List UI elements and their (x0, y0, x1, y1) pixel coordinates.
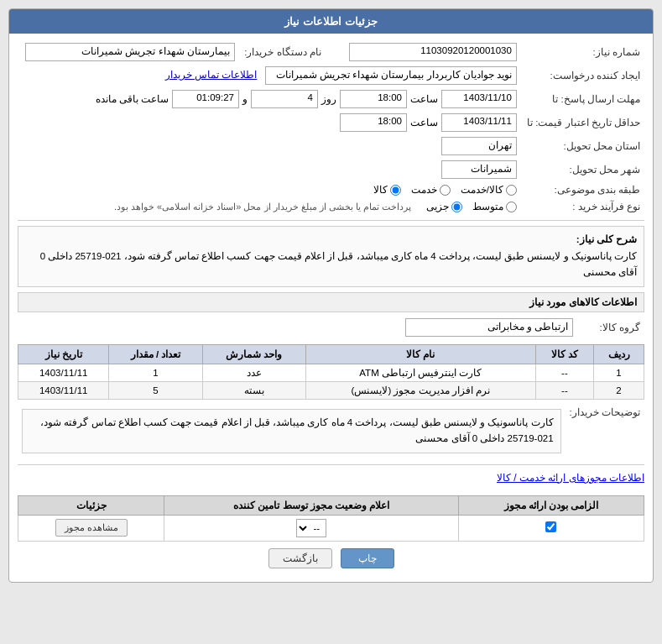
groh-label: گروه کالا: (577, 316, 644, 339)
mohlat-date: 1403/11/10 (441, 90, 517, 108)
mohlat-label: مهلت ارسال پاسخ: تا (521, 87, 644, 111)
mohlat-roz: 4 (251, 90, 318, 108)
row-shahr: شهر محل تحویل: شمیرانات (18, 158, 644, 181)
etela-link-row: اطلاعات مجوزهای ارائه خدمت / کالا (18, 470, 644, 489)
shomare-label: شماره نیاز: (521, 40, 644, 64)
table-header-row: ردیف کد کالا نام کالا واحد شمارش تعداد /… (18, 344, 644, 364)
shomare-value: 11030920120001030 (342, 40, 521, 64)
etela-mojoz-link[interactable]: اطلاعات مجوزهای ارائه خدمت / کالا (497, 472, 644, 484)
radio-mottaset[interactable] (506, 202, 517, 212)
tozih-table: توضیحات خریدار: کارت پاناسونیک و لایسنس … (18, 403, 644, 459)
mojoz-header-row: الزامی بودن ارائه مجوز اعلام وضعیت مجوز … (18, 495, 644, 515)
cell-tarikh: 1403/11/11 (18, 381, 109, 399)
row-ostan: استان محل تحویل: تهران (18, 134, 644, 158)
sharh-koli-text: کارت پاناسونیک و لایسنس طبق لیست، پرداخت… (40, 251, 637, 278)
baqi-label: ساعت باقی مانده (96, 93, 169, 105)
info-table: شماره نیاز: 11030920120001030 نام دستگاه… (18, 40, 644, 215)
col-elzami: الزامی بودن ارائه مجوز (458, 495, 644, 515)
radio-kalakhedmat[interactable] (506, 185, 517, 196)
cell-radif: 1 (594, 364, 644, 381)
farayand-note: پرداخت تمام یا بخشی از مبلغ خریدار از مح… (114, 202, 411, 212)
cell-name: کارت اینترفیس ارتباطی ATM (305, 364, 535, 381)
content-area: شماره نیاز: 11030920120001030 نام دستگاه… (9, 34, 653, 582)
kala-table: ردیف کد کالا نام کالا واحد شمارش تعداد /… (18, 344, 644, 400)
ostan-value: تهران (441, 137, 517, 155)
cell-vahed: بسته (202, 381, 305, 399)
cell-kod: -- (535, 364, 593, 381)
groh-kala-table: گروه کالا: ارتباطی و مخابراتی (18, 316, 644, 339)
radio-kala-label[interactable]: کالا (373, 184, 401, 196)
cell-radif: 2 (594, 381, 644, 399)
saat-label: ساعت (410, 93, 438, 105)
groh-value: ارتباطی و مخابراتی (405, 318, 573, 337)
radio-jazee-label[interactable]: جزیی (426, 201, 462, 212)
hadaqal-label: حداقل تاریخ اعتبار قیمت: تا (521, 111, 644, 134)
page-title: جزئیات اطلاعات نیاز (284, 15, 377, 28)
row-ijad: ایجاد کننده درخواست: نوید جوادیان کاربرد… (18, 64, 644, 87)
tozih-text: کارت پاناسونیک و لایسنس طبق لیست، پرداخت… (22, 409, 561, 453)
row-tozih: توضیحات خریدار: کارت پاناسونیک و لایسنس … (18, 403, 644, 459)
bottom-section: الزامی بودن ارائه مجوز اعلام وضعیت مجوز … (18, 495, 644, 542)
radio-kala[interactable] (390, 185, 401, 196)
radio-kalakhedmat-label[interactable]: کالا/خدمت (461, 184, 517, 196)
farayand-row: جزیی متوسط پرداخت تمام یا بخشی از مبلغ خ… (22, 201, 517, 212)
sharh-koli-box: شرح کلی نیاز: کارت پاناسونیک و لایسنس طب… (18, 226, 644, 287)
ijad-label: ایجاد کننده درخواست: (521, 64, 644, 87)
col-vahed: واحد شمارش (202, 344, 305, 364)
chap-button[interactable]: چاپ (341, 548, 394, 568)
divider-1 (18, 220, 644, 221)
cell-tedad: 1 (109, 364, 202, 381)
table-row: 2 -- نرم افزار مدیریت مجوز (لایسنس) بسته… (18, 381, 644, 399)
col-radif: ردیف (594, 344, 644, 364)
ostan-label: استان محل تحویل: (521, 134, 644, 158)
farayand-radio-group: جزیی متوسط (426, 201, 517, 212)
radio-mottaset-label[interactable]: متوسط (472, 201, 517, 212)
tozih-label: توضیحات خریدار: (566, 403, 644, 459)
roz-label: روز (321, 93, 336, 105)
divider-2 (18, 464, 644, 465)
dasgah-value: بیمارستان شهداء تجریش شمیرانات (18, 40, 239, 64)
shahr-value: شمیرانات (441, 160, 517, 179)
mohlat-mande: 01:09:27 (172, 90, 239, 108)
cell-kod: -- (535, 381, 593, 399)
mohlat-row: 1403/11/10 ساعت 18:00 روز 4 و 01:09:27 س… (22, 90, 517, 108)
elam-select[interactable]: -- (296, 519, 326, 537)
row-hadaqal: حداقل تاریخ اعتبار قیمت: تا 1403/11/11 س… (18, 111, 644, 134)
khedmat-text: خدمت (411, 184, 437, 196)
radio-jazee[interactable] (451, 202, 462, 212)
tabaghe-radio-group: کالا خدمت کالا/خدمت (22, 184, 517, 196)
ijad-value: نوید جوادیان کاربردار بیمارستان شهداء تج… (18, 64, 521, 87)
dasgah-input: بیمارستان شهداء تجریش شمیرانات (25, 43, 235, 61)
mohlat-saat: 18:00 (340, 90, 407, 108)
cell-tarikh: 1403/11/11 (18, 364, 109, 381)
col-tarikh: تاریخ نیاز (18, 344, 109, 364)
etelaat-title: اطلاعات کالاهای مورد نیاز (18, 292, 644, 312)
row-groh: گروه کالا: ارتباطی و مخابراتی (18, 316, 644, 339)
tabaghe-label: طبقه بندی موضوعی: (521, 181, 644, 198)
row-farayand: نوع فرآیند خرید : جزیی متوسط (18, 198, 644, 215)
row-shomare: شماره نیاز: 11030920120001030 نام دستگاه… (18, 40, 644, 64)
col-jozeyat: جزئیات (18, 495, 164, 515)
col-kod: کد کالا (535, 344, 593, 364)
elzami-checkbox[interactable] (545, 521, 556, 532)
table-row: 1 -- کارت اینترفیس ارتباطی ATM عدد 1 140… (18, 364, 644, 381)
page-header: جزئیات اطلاعات نیاز (9, 9, 653, 34)
farayand-label: نوع فرآیند خرید : (521, 198, 644, 215)
hadaqal-saat: 18:00 (340, 113, 407, 132)
dasgah-label: نام دستگاه خریدار: (239, 40, 326, 64)
jazee-text: جزیی (426, 201, 449, 212)
hadaqal-date: 1403/11/11 (441, 113, 517, 132)
elam-cell: -- (164, 515, 458, 541)
bargasht-button[interactable]: بازگشت (268, 548, 332, 568)
col-elam: اعلام وضعیت مجوز توسط تامین کننده (164, 495, 458, 515)
row-mohlat: مهلت ارسال پاسخ: تا 1403/11/10 ساعت 18:0… (18, 87, 644, 111)
moshahede-button[interactable]: مشاهده مجوز (55, 519, 128, 537)
mottaset-text: متوسط (472, 201, 503, 212)
radio-khedmat[interactable] (440, 185, 451, 196)
row-tabaghe: طبقه بندی موضوعی: کالا خدمت (18, 181, 644, 198)
jozeyat-cell: مشاهده مجوز (18, 515, 164, 541)
etela-tamas-link[interactable]: اطلاعات تماس خریدار (165, 70, 257, 80)
radio-khedmat-label[interactable]: خدمت (411, 184, 451, 196)
col-tedad: تعداد / مقدار (109, 344, 202, 364)
elzami-cell (458, 515, 644, 541)
